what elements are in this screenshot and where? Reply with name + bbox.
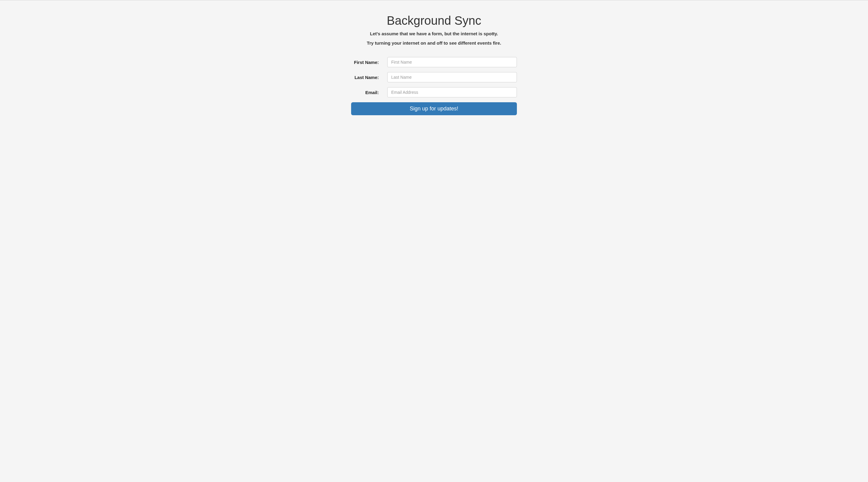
submit-button[interactable]: Sign up for updates!: [351, 102, 517, 115]
subtitle-line-1: Let's assume that we have a form, but th…: [268, 31, 600, 36]
last-name-label: Last Name:: [351, 75, 387, 80]
first-name-input[interactable]: [387, 57, 517, 67]
first-name-label: First Name:: [351, 60, 387, 65]
last-name-input[interactable]: [387, 72, 517, 82]
email-input[interactable]: [387, 87, 517, 97]
email-row: Email:: [351, 87, 517, 97]
subtitle-line-2: Try turning your internet on and off to …: [268, 40, 600, 46]
last-name-row: Last Name:: [351, 72, 517, 82]
main-container: Background Sync Let's assume that we hav…: [268, 0, 600, 115]
page-title: Background Sync: [268, 14, 600, 27]
signup-form: First Name: Last Name: Email: Sign up fo…: [351, 57, 517, 115]
first-name-row: First Name:: [351, 57, 517, 67]
email-label: Email:: [351, 90, 387, 95]
